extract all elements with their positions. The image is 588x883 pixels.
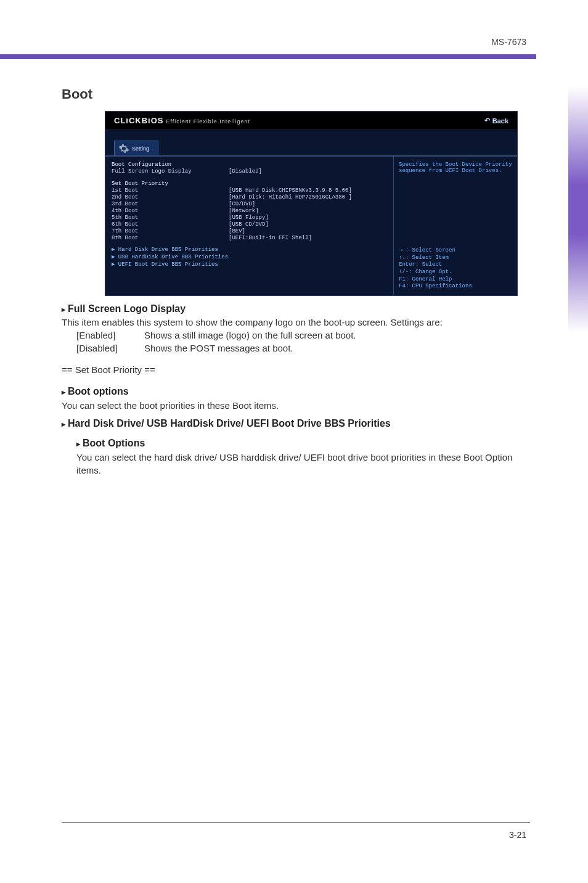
page-number: 3-21 bbox=[509, 830, 526, 840]
bios-boot-config-head: Boot Configuration bbox=[112, 162, 229, 168]
back-arrow-icon: ↶ bbox=[484, 117, 490, 125]
enabled-key: [Enabled] bbox=[76, 329, 144, 342]
bios-tab-label: Setting bbox=[132, 146, 149, 152]
disabled-key: [Disabled] bbox=[76, 342, 144, 355]
bios-boot-row[interactable]: 6th Boot[USB CD/DVD] bbox=[112, 221, 387, 228]
enabled-val: Shows a still image (logo) on the full s… bbox=[144, 329, 356, 342]
bios-back-button[interactable]: ↶ Back bbox=[484, 117, 508, 125]
bios-screenshot: CLiCKBiOS Efficient.Flexible.Intelligent… bbox=[105, 111, 518, 296]
bios-logo: CLiCKBiOS Efficient.Flexible.Intelligent bbox=[114, 116, 250, 125]
bios-back-label: Back bbox=[492, 117, 508, 125]
bios-boot-row[interactable]: 4th Boot[Network] bbox=[112, 208, 387, 214]
bios-bbs-link[interactable]: ▶ Hard Disk Drive BBS Priorities bbox=[112, 246, 218, 253]
bios-setting-tab[interactable]: Setting bbox=[114, 141, 158, 155]
item-sub-boot-options: Boot Options bbox=[76, 437, 530, 450]
item-boot-options: Boot options bbox=[62, 385, 530, 398]
bios-help-text: Specifies the Boot Device Priority seque… bbox=[399, 162, 512, 247]
disabled-val: Shows the POST messages at boot. bbox=[144, 342, 293, 355]
section-title: Boot bbox=[62, 86, 530, 102]
bios-full-screen-logo-row[interactable]: Full Screen Logo Display [Disabled] bbox=[112, 168, 387, 175]
bios-boot-row[interactable]: 2nd Boot[Hard Disk: Hitachi HDP725016GLA… bbox=[112, 194, 387, 200]
bios-boot-row[interactable]: 7th Boot[BEV] bbox=[112, 228, 387, 234]
model-number: MS-7673 bbox=[491, 37, 526, 47]
bios-fslogo-key: Full Screen Logo Display bbox=[112, 168, 229, 175]
gear-icon bbox=[118, 143, 129, 154]
footer-divider bbox=[62, 822, 530, 823]
full-screen-desc: This item enables this system to show th… bbox=[62, 316, 530, 329]
set-boot-priority-header: == Set Boot Priority == bbox=[62, 363, 530, 376]
bios-priority-head: Set Boot Priority bbox=[112, 181, 229, 187]
item-bbs-priorities: Hard Disk Drive/ USB HardDisk Drive/ UEF… bbox=[62, 417, 530, 430]
bios-nav-hints: →←: Select Screen ↑↓: Select Item Enter:… bbox=[399, 247, 512, 290]
bios-help-panel: Specifies the Boot Device Priority seque… bbox=[394, 157, 517, 295]
bios-boot-row[interactable]: 5th Boot[USB Floppy] bbox=[112, 215, 387, 221]
bios-logo-tag: Efficient.Flexible.Intelligent bbox=[166, 118, 250, 125]
bios-logo-text: CLiCKBiOS bbox=[114, 116, 164, 125]
chapter-side-tab: Chapter 3 bbox=[562, 0, 588, 883]
item-full-screen-logo: Full Screen Logo Display bbox=[62, 302, 530, 316]
bios-boot-row[interactable]: 3rd Boot[CD/DVD] bbox=[112, 201, 387, 207]
bios-bbs-link[interactable]: ▶ USB HardDisk Drive BBS Priorities bbox=[112, 253, 228, 260]
bios-fslogo-val: [Disabled] bbox=[229, 168, 262, 175]
bios-boot-row[interactable]: 1st Boot[USB Hard Disk:CHIPSBNKv3.3.9.8 … bbox=[112, 187, 387, 194]
boot-options-desc: You can select the boot priorities in th… bbox=[62, 399, 530, 412]
bios-bbs-link[interactable]: ▶ UEFI Boot Drive BBS Priorities bbox=[112, 261, 218, 268]
top-divider bbox=[0, 54, 536, 59]
bios-boot-row[interactable]: 8th Boot[UEFI:Built-in EFI Shell] bbox=[112, 235, 387, 241]
sub-boot-options-desc: You can select the hard disk drive/ USB … bbox=[76, 451, 530, 477]
bios-main-panel: Boot Configuration Full Screen Logo Disp… bbox=[105, 157, 394, 295]
